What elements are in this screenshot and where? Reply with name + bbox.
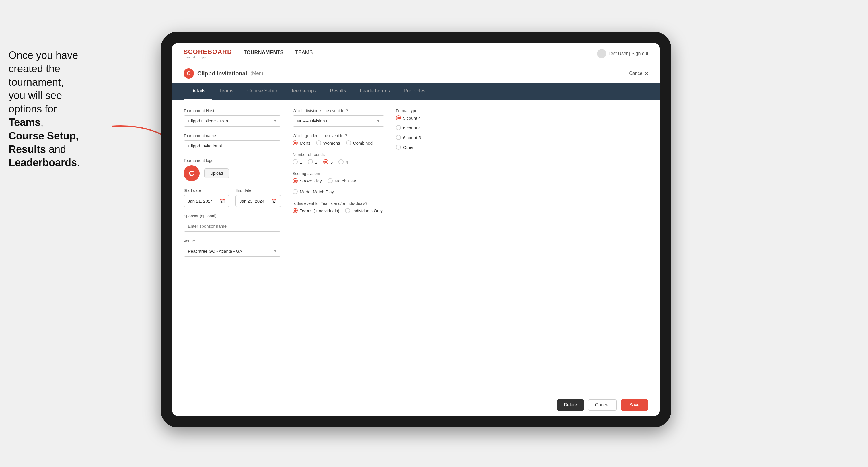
- tab-bar: Details Teams Course Setup Tee Groups Re…: [172, 83, 660, 100]
- logo-sub: Powered by clippd: [184, 56, 232, 59]
- sponsor-label: Sponsor (optional): [184, 214, 281, 218]
- tab-printables[interactable]: Printables: [397, 83, 433, 100]
- rounds-4[interactable]: 4: [339, 159, 348, 164]
- format-6count5-radio[interactable]: [396, 135, 401, 140]
- division-group: Which division is the event for? NCAA Di…: [292, 108, 384, 126]
- date-fields: Start date Jan 21, 2024 📅 End date Jan 2…: [184, 188, 281, 207]
- user-text[interactable]: Test User | Sign out: [609, 51, 648, 56]
- nav-link-tournaments[interactable]: TOURNAMENTS: [244, 50, 284, 57]
- tournament-name: Clippd Invitational: [197, 70, 247, 77]
- teams-plus-individuals[interactable]: Teams (+Individuals): [292, 208, 339, 213]
- tab-tee-groups[interactable]: Tee Groups: [284, 83, 323, 100]
- rounds-1[interactable]: 1: [292, 159, 302, 164]
- venue-select[interactable]: Peachtree GC - Atlanta - GA ▼: [184, 246, 281, 257]
- scoring-match-radio[interactable]: [328, 178, 333, 183]
- form-col-left: Tournament Host Clippd College - Men ▼ T…: [184, 108, 281, 385]
- division-select[interactable]: NCAA Division III ▼: [292, 115, 384, 126]
- logo-text: SCOREBOARD: [184, 48, 232, 56]
- scoring-match-play[interactable]: Match Play: [328, 178, 356, 183]
- scoring-medal-radio[interactable]: [292, 189, 298, 194]
- format-other[interactable]: Other: [396, 145, 470, 150]
- end-date-field: End date Jan 23, 2024 📅: [235, 188, 281, 207]
- format-6count4-radio[interactable]: [396, 125, 401, 130]
- teams-individuals-group: Is this event for Teams and/or Individua…: [292, 201, 384, 213]
- logo-circle: C: [184, 165, 199, 181]
- scoring-medal-match-play[interactable]: Medal Match Play: [292, 189, 334, 194]
- scoring-radio-group: Stroke Play Match Play Medal Match Play: [292, 178, 384, 194]
- gender-mens[interactable]: Mens: [292, 140, 310, 146]
- gender-group: Which gender is the event for? Mens Wome…: [292, 133, 384, 146]
- format-5count4-radio[interactable]: [396, 115, 401, 121]
- tournament-host-label: Tournament Host: [184, 108, 281, 113]
- format-other-radio[interactable]: [396, 145, 401, 150]
- tab-results[interactable]: Results: [323, 83, 353, 100]
- tournament-header: C Clippd Invitational (Men) Cancel ✕: [172, 64, 660, 83]
- tab-teams[interactable]: Teams: [212, 83, 240, 100]
- rounds-1-radio[interactable]: [292, 159, 298, 164]
- tournament-icon: C: [184, 68, 194, 79]
- format-5count4[interactable]: 5 count 4: [396, 115, 470, 121]
- tournament-host-arrow-icon: ▼: [273, 119, 277, 123]
- rounds-label: Number of rounds: [292, 152, 384, 157]
- scoring-stroke-play[interactable]: Stroke Play: [292, 178, 322, 183]
- format-6count5[interactable]: 6 count 5: [396, 135, 470, 140]
- cancel-button[interactable]: Cancel: [588, 399, 617, 411]
- format-radio-group: 5 count 4 6 count 4 6 count 5 Other: [396, 115, 470, 150]
- teams-individuals-radio[interactable]: [292, 208, 298, 213]
- tournament-logo-group: Tournament logo C Upload: [184, 158, 281, 181]
- teams-label: Is this event for Teams and/or Individua…: [292, 201, 384, 206]
- user-avatar: [597, 49, 606, 58]
- tournament-host-group: Tournament Host Clippd College - Men ▼: [184, 108, 281, 126]
- sponsor-input[interactable]: [184, 221, 281, 232]
- gender-radio-group: Mens Womens Combined: [292, 140, 384, 146]
- rounds-2[interactable]: 2: [308, 159, 317, 164]
- venue-label: Venue: [184, 239, 281, 243]
- end-date-input[interactable]: Jan 23, 2024 📅: [235, 195, 281, 207]
- rounds-3-radio[interactable]: [323, 159, 329, 164]
- teams-radio-group: Teams (+Individuals) Individuals Only: [292, 208, 384, 213]
- format-label: Format type: [396, 108, 470, 113]
- top-nav: SCOREBOARD Powered by clippd TOURNAMENTS…: [172, 43, 660, 64]
- nav-link-teams[interactable]: TEAMS: [295, 50, 313, 57]
- venue-arrow-icon: ▼: [273, 249, 277, 253]
- gender-womens[interactable]: Womens: [316, 140, 340, 146]
- tournament-name-label: Tournament name: [184, 133, 281, 138]
- gender-combined-radio[interactable]: [346, 140, 351, 146]
- scoring-group: Scoring system Stroke Play Match Play: [292, 171, 384, 194]
- division-arrow-icon: ▼: [377, 119, 380, 123]
- logo-area: SCOREBOARD Powered by clippd: [184, 48, 232, 59]
- tab-leaderboards[interactable]: Leaderboards: [353, 83, 397, 100]
- tournament-gender: (Men): [250, 70, 263, 76]
- gender-womens-radio[interactable]: [316, 140, 321, 146]
- individuals-only-radio[interactable]: [345, 208, 350, 213]
- start-date-input[interactable]: Jan 21, 2024 📅: [184, 195, 229, 207]
- scoring-label: Scoring system: [292, 171, 384, 176]
- rounds-4-radio[interactable]: [339, 159, 344, 164]
- logo-upload-area: C Upload: [184, 165, 281, 181]
- rounds-radio-group: 1 2 3 4: [292, 159, 384, 164]
- form-col-middle: Which division is the event for? NCAA Di…: [292, 108, 384, 385]
- delete-button[interactable]: Delete: [557, 399, 584, 411]
- rounds-3[interactable]: 3: [323, 159, 333, 164]
- division-label: Which division is the event for?: [292, 108, 384, 113]
- tournament-host-select[interactable]: Clippd College - Men ▼: [184, 115, 281, 126]
- rounds-group: Number of rounds 1 2 3: [292, 152, 384, 164]
- gender-combined[interactable]: Combined: [346, 140, 373, 146]
- scoring-stroke-radio[interactable]: [292, 178, 298, 183]
- tournament-title: C Clippd Invitational (Men): [184, 68, 263, 79]
- end-date-calendar-icon: 📅: [271, 198, 277, 204]
- tournament-name-input[interactable]: [184, 140, 281, 152]
- upload-button[interactable]: Upload: [204, 168, 229, 178]
- individuals-only[interactable]: Individuals Only: [345, 208, 383, 213]
- gender-mens-radio[interactable]: [292, 140, 298, 146]
- tournament-logo-label: Tournament logo: [184, 158, 281, 163]
- venue-group: Venue Peachtree GC - Atlanta - GA ▼: [184, 239, 281, 257]
- gender-label: Which gender is the event for?: [292, 133, 384, 138]
- tab-details[interactable]: Details: [184, 83, 212, 100]
- save-button[interactable]: Save: [621, 399, 648, 411]
- end-date-label: End date: [235, 188, 281, 193]
- cancel-button-top[interactable]: Cancel ✕: [629, 71, 648, 76]
- format-6count4[interactable]: 6 count 4: [396, 125, 470, 130]
- tab-course-setup[interactable]: Course Setup: [240, 83, 284, 100]
- rounds-2-radio[interactable]: [308, 159, 313, 164]
